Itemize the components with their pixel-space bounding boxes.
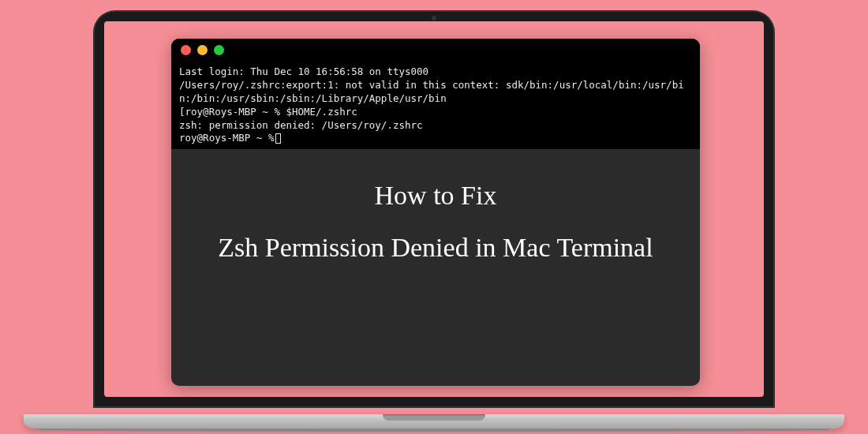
laptop-foot (39, 428, 829, 432)
terminal-line: zsh: permission denied: /Users/roy/.zshr… (179, 119, 423, 131)
title-line-2: Zsh Permission Denied in Mac Terminal (171, 233, 700, 263)
laptop-frame: Last login: Thu Dec 10 16:56:58 on ttys0… (87, 12, 781, 434)
minimize-icon[interactable] (197, 45, 208, 55)
laptop-screen-bezel: Last login: Thu Dec 10 16:56:58 on ttys0… (95, 12, 773, 406)
close-icon[interactable] (181, 45, 191, 55)
laptop-screen: Last login: Thu Dec 10 16:56:58 on ttys0… (104, 21, 764, 397)
laptop-base (24, 414, 844, 428)
terminal-titlebar[interactable] (171, 39, 700, 61)
cursor-icon (275, 133, 281, 144)
title-overlay: How to Fix Zsh Permission Denied in Mac … (171, 181, 700, 263)
terminal-line: /Users/roy/.zshrc:export:1: not valid in… (179, 79, 684, 104)
terminal-line: roy@Roys-MBP ~ % (179, 132, 274, 144)
terminal-line: Last login: Thu Dec 10 16:56:58 on ttys0… (179, 65, 428, 77)
laptop-notch (383, 414, 485, 421)
terminal-window[interactable]: Last login: Thu Dec 10 16:56:58 on ttys0… (171, 39, 700, 386)
terminal-line: [roy@Roys-MBP ~ % $HOME/.zshrc (179, 106, 357, 118)
laptop-camera (432, 16, 436, 21)
maximize-icon[interactable] (214, 45, 224, 55)
title-line-1: How to Fix (171, 181, 700, 211)
terminal-body[interactable]: Last login: Thu Dec 10 16:56:58 on ttys0… (171, 61, 700, 149)
